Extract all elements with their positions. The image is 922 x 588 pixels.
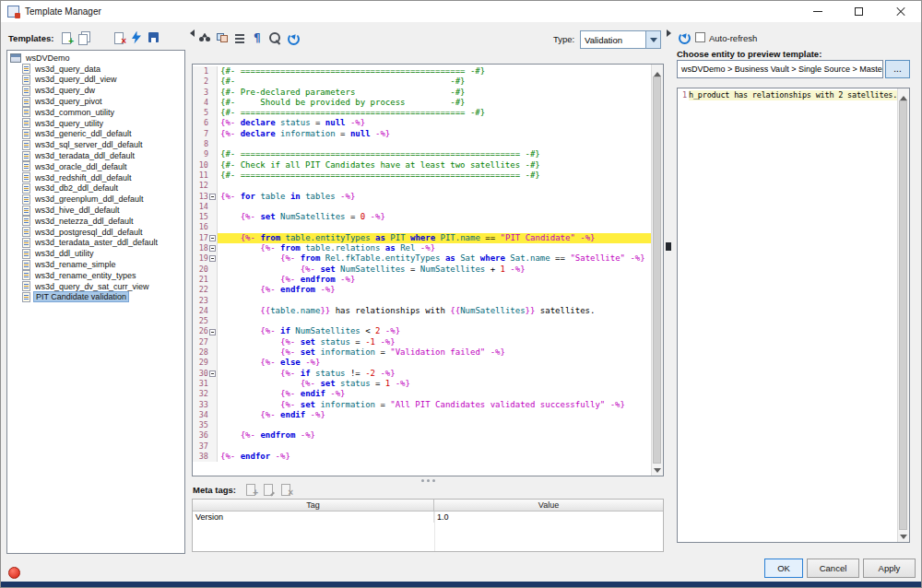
tree-item[interactable]: ws3d_query_data [7, 64, 184, 75]
tree-item[interactable]: PIT Candidate validation [7, 292, 184, 303]
code-line[interactable]: 21 {%- endfrom -%} [193, 275, 651, 285]
code-line[interactable]: 11{#- ==================================… [193, 171, 651, 181]
new-button[interactable] [58, 29, 75, 45]
replace-button[interactable] [214, 29, 230, 45]
add-meta-button[interactable] [242, 481, 259, 497]
meta-tags-table[interactable]: Tag Value Version1.0 [192, 499, 664, 552]
right-splitter-handle[interactable] [666, 242, 671, 251]
code-line[interactable]: 22 {%- endfrom -%} [193, 285, 651, 295]
tree-item[interactable]: ws3d_query_ddl_view [7, 75, 184, 86]
code-line[interactable]: 32 {%- endif -%} [193, 389, 651, 399]
apply-button[interactable]: Apply [863, 559, 916, 578]
fold-toggle-icon[interactable] [209, 255, 216, 262]
scroll-up-icon[interactable] [652, 65, 663, 76]
code-line[interactable]: 14 [193, 202, 651, 212]
code-line[interactable]: 18 {%- from table.relations as Rel -%} [193, 243, 651, 253]
fold-toggle-icon[interactable] [209, 235, 216, 241]
tree-item[interactable]: ws3d_query_utility [7, 118, 184, 129]
title-bar[interactable]: Template Manager [1, 1, 921, 22]
tree-item[interactable]: ws3d_teradata_aster_ddl_default [7, 238, 184, 249]
code-line[interactable]: 9{#- ===================================… [193, 149, 651, 159]
save-button[interactable] [146, 29, 162, 45]
format-button[interactable] [249, 29, 266, 45]
code-line[interactable]: 16 [193, 222, 651, 232]
tree-item[interactable]: ws3d_netezza_ddl_default [7, 216, 184, 227]
code-line[interactable]: 3{#- Pre-declared parameters -#} [193, 88, 651, 98]
code-line[interactable]: 12 [193, 181, 651, 191]
tree-item[interactable]: ws3d_redshift_ddl_default [7, 172, 184, 183]
code-line[interactable]: 2{#- -#} [193, 76, 651, 87]
tree-root[interactable]: wsDVDemo [7, 53, 184, 64]
ok-button[interactable]: OK [764, 559, 803, 578]
tree-item[interactable]: ws3d_query_pivot [7, 96, 184, 107]
code-line[interactable]: 20 {%- set NumSatellites = NumSatellites… [193, 265, 651, 275]
meta-row[interactable]: Version1.0 [193, 512, 663, 523]
scroll-down-icon[interactable] [652, 464, 663, 476]
code-line[interactable]: 26 {%- if NumSatellites < 2 -%} [193, 326, 651, 336]
reload-button[interactable] [284, 29, 301, 45]
refresh-preview-button[interactable] [675, 29, 692, 44]
code-line[interactable]: 8 [193, 139, 651, 149]
find-button[interactable] [196, 29, 213, 45]
code-line[interactable]: 24 {{table.name}} has relationships with… [193, 306, 651, 316]
editor-resize-grip[interactable] [407, 477, 449, 483]
fold-toggle-icon[interactable] [209, 329, 216, 335]
code-line[interactable]: 13{%- for table in tables -%} [193, 192, 651, 202]
tree-item[interactable]: ws3d_postgresql_ddl_default [7, 227, 184, 238]
code-line[interactable]: 15 {%- set NumSatellites = 0 -%} [193, 212, 651, 222]
delete-meta-button[interactable] [278, 481, 294, 497]
preview-output[interactable]: 1h_product has relationships with 2 sate… [677, 88, 910, 543]
preview-scroll-down-icon[interactable] [898, 530, 909, 542]
code-line[interactable]: 5{#- ===================================… [193, 108, 651, 118]
auto-refresh-checkbox[interactable] [695, 32, 705, 42]
chevron-down-icon[interactable] [645, 31, 660, 48]
fold-toggle-icon[interactable] [209, 245, 216, 252]
paste-button[interactable] [93, 29, 110, 45]
tree-item[interactable]: ws3d_sql_server_ddl_default [7, 139, 184, 150]
collapse-right-splitter-icon[interactable] [667, 29, 675, 37]
code-line[interactable]: 7{%- declare information = null -%} [193, 129, 651, 139]
code-line[interactable]: 35 [193, 420, 651, 430]
code-line[interactable]: 29 {%- else -%} [193, 358, 651, 368]
tree-item[interactable]: ws3d_greenplum_ddl_default [7, 194, 184, 205]
fold-toggle-icon[interactable] [209, 370, 216, 377]
templates-tree[interactable]: wsDVDemows3d_query_dataws3d_query_ddl_vi… [6, 50, 185, 554]
code-line[interactable]: 28 {%- set information = "Validation fai… [193, 347, 651, 358]
code-line[interactable]: 30 {%- if status != -2 -%} [193, 369, 651, 379]
tree-item[interactable]: ws3d_db2_ddl_default [7, 183, 184, 194]
code-line[interactable]: 19 {%- from Rel.fkTable.entityTypes as S… [193, 253, 651, 264]
tree-item[interactable]: ws3d_rename_simple [7, 259, 184, 270]
edit-meta-button[interactable] [260, 481, 277, 497]
close-button[interactable] [880, 1, 921, 22]
code-line[interactable]: 23 [193, 296, 651, 306]
tree-item[interactable]: ws3d_rename_entity_types [7, 270, 184, 281]
preview-scrollbar[interactable] [897, 88, 909, 542]
indent-button[interactable] [231, 29, 248, 45]
editor-scrollbar-thumb[interactable] [653, 76, 661, 464]
code-line[interactable]: 10{#- Check if all PIT Candidates have a… [193, 160, 651, 171]
tree-item[interactable]: ws3d_ddl_utility [7, 248, 184, 259]
tree-item[interactable]: ws3d_common_utility [7, 107, 184, 118]
code-line[interactable]: 27 {%- set status = -1 -%} [193, 337, 651, 347]
browse-entity-button[interactable]: ... [885, 60, 910, 78]
minimize-button[interactable] [797, 1, 838, 22]
code-line[interactable]: 31 {%- set status = 1 -%} [193, 379, 651, 389]
code-editor[interactable]: 1{#- ===================================… [192, 64, 664, 476]
tree-item[interactable]: ws3d_oracle_ddl_default [7, 161, 184, 172]
code-line[interactable]: 4{#- Should be provided by process -#} [193, 98, 651, 108]
fold-toggle-icon[interactable] [209, 194, 216, 200]
code-line[interactable]: 6{%- declare status = null -%} [193, 118, 651, 128]
code-line[interactable]: 33 {%- set information = "All PIT Candid… [193, 400, 651, 410]
tree-item[interactable]: ws3d_query_dw [7, 85, 184, 96]
tree-item[interactable]: ws3d_generic_ddl_default [7, 129, 184, 140]
code-line[interactable]: 36 {%- endfrom -%} [193, 430, 651, 441]
maximize-button[interactable] [838, 1, 880, 22]
editor-scrollbar[interactable] [651, 65, 663, 476]
cancel-button[interactable]: Cancel [807, 559, 859, 578]
collapse-left-splitter-icon[interactable] [186, 29, 195, 37]
delete-button[interactable] [111, 29, 127, 45]
code-line[interactable]: 1{#- ===================================… [193, 66, 651, 76]
code-line[interactable]: 37 [193, 441, 651, 452]
tree-item[interactable]: ws3d_hive_ddl_default [7, 205, 184, 216]
entity-path-field[interactable]: wsDVDemo > Business Vault > Single Sourc… [677, 60, 883, 78]
